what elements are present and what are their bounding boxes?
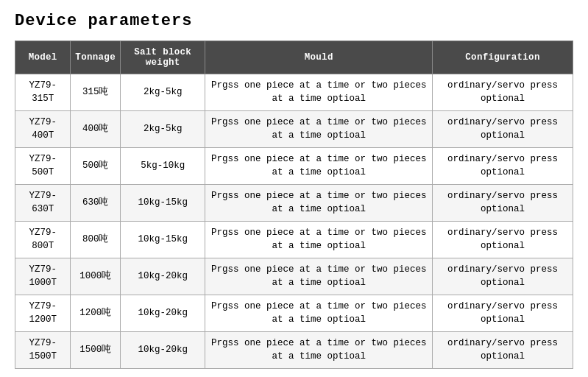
cell-tonnage: 1200吨 [71,295,121,332]
cell-tonnage: 1000吨 [71,258,121,295]
cell-mould: Prgss one piece at a time or two pieces … [205,111,433,148]
cell-salt_block_weight: 10kg-20kg [120,295,205,332]
cell-model: YZ79-400T [15,111,71,148]
cell-salt_block_weight: 10kg-15kg [120,222,205,258]
header-tonnage: Tonnage [71,41,121,74]
table-row: YZ79-800T800吨10kg-15kgPrgss one piece at… [15,222,573,258]
cell-salt_block_weight: 2kg-5kg [120,74,205,111]
cell-model: YZ79-315T [15,74,71,111]
table-row: YZ79-315T315吨2kg-5kgPrgss one piece at a… [15,74,573,111]
cell-configuration: ordinary/servo press optional [433,74,573,111]
table-header-row: Model Tonnage Salt block weight Mould Co… [15,41,573,74]
table-row: YZ79-400T400吨2kg-5kgPrgss one piece at a… [15,111,573,148]
cell-mould: Prgss one piece at a time or two pieces … [205,148,433,185]
table-row: YZ79-1200T1200吨10kg-20kgPrgss one piece … [15,295,573,332]
cell-mould: Prgss one piece at a time or two pieces … [205,332,433,369]
header-mould: Mould [205,41,433,74]
cell-configuration: ordinary/servo press optional [433,295,573,332]
cell-configuration: ordinary/servo press optional [433,111,573,148]
cell-tonnage: 1500吨 [71,332,121,369]
cell-mould: Prgss one piece at a time or two pieces … [205,222,433,258]
cell-configuration: ordinary/servo press optional [433,148,573,185]
cell-model: YZ79-500T [15,148,71,185]
cell-salt_block_weight: 10kg-15kg [120,185,205,222]
cell-configuration: ordinary/servo press optional [433,222,573,258]
cell-configuration: ordinary/servo press optional [433,332,573,369]
table-row: YZ79-500T500吨5kg-10kgPrgss one piece at … [15,148,573,185]
table-row: YZ79-1000T1000吨10kg-20kgPrgss one piece … [15,258,573,295]
page-title: Device parameters [15,12,573,30]
cell-salt_block_weight: 2kg-5kg [120,111,205,148]
header-model: Model [15,41,71,74]
cell-configuration: ordinary/servo press optional [433,258,573,295]
cell-model: YZ79-1500T [15,332,71,369]
table-row: YZ79-630T630吨10kg-15kgPrgss one piece at… [15,185,573,222]
cell-mould: Prgss one piece at a time or two pieces … [205,185,433,222]
table-row: YZ79-1500T1500吨10kg-20kgPrgss one piece … [15,332,573,369]
cell-configuration: ordinary/servo press optional [433,185,573,222]
cell-tonnage: 500吨 [71,148,121,185]
cell-salt_block_weight: 10kg-20kg [120,258,205,295]
cell-model: YZ79-800T [15,222,71,258]
cell-model: YZ79-1200T [15,295,71,332]
cell-tonnage: 315吨 [71,74,121,111]
device-parameters-table: Model Tonnage Salt block weight Mould Co… [15,40,573,369]
cell-model: YZ79-1000T [15,258,71,295]
cell-salt_block_weight: 5kg-10kg [120,148,205,185]
header-configuration: Configuration [433,41,573,74]
cell-salt_block_weight: 10kg-20kg [120,332,205,369]
cell-tonnage: 630吨 [71,185,121,222]
cell-model: YZ79-630T [15,185,71,222]
cell-mould: Prgss one piece at a time or two pieces … [205,295,433,332]
cell-mould: Prgss one piece at a time or two pieces … [205,74,433,111]
header-salt-block-weight: Salt block weight [120,41,205,74]
cell-mould: Prgss one piece at a time or two pieces … [205,258,433,295]
cell-tonnage: 800吨 [71,222,121,258]
cell-tonnage: 400吨 [71,111,121,148]
